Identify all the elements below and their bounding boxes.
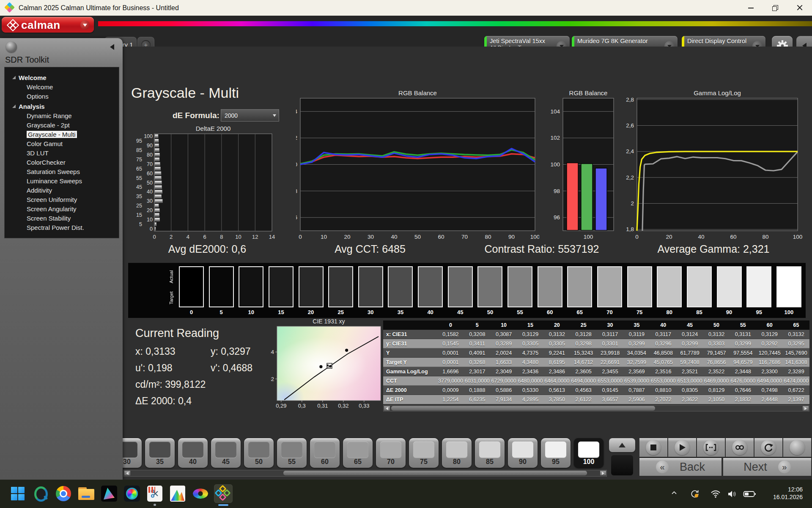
sidebar-item-saturation-sweeps[interactable]: Saturation Sweeps bbox=[27, 167, 119, 177]
scroll-right-arrow[interactable] bbox=[803, 406, 809, 411]
pattern-button-80[interactable]: 80 bbox=[442, 438, 472, 468]
pattern-button-100[interactable]: 100 bbox=[574, 438, 604, 468]
taskbar-icon-color-profile-app[interactable] bbox=[123, 484, 141, 503]
sidebar-item-3d-lut[interactable]: 3D LUT bbox=[27, 149, 119, 158]
reading-u: u': 0,198 bbox=[135, 362, 211, 374]
sidebar-item-color-gamut[interactable]: Color Gamut bbox=[27, 139, 119, 149]
tray-chevron-up-icon[interactable] bbox=[670, 489, 678, 499]
pattern-level-label: 85 bbox=[475, 458, 505, 466]
sidebar-item-options[interactable]: Options bbox=[27, 92, 119, 101]
sidebar-orb-button[interactable] bbox=[6, 41, 17, 52]
table-cell: 1,2254 bbox=[437, 395, 464, 404]
table-cell: 6513,0000 bbox=[677, 376, 703, 386]
minimize-button[interactable] bbox=[738, 0, 763, 16]
sidebar-item-label: Luminance Sweeps bbox=[27, 177, 82, 185]
sidebar-item-grayscale-2pt[interactable]: Grayscale - 2pt bbox=[27, 121, 119, 130]
taskbar-icon-color-wheel-app[interactable] bbox=[191, 484, 210, 503]
taskbar-icon-calman[interactable] bbox=[214, 484, 233, 503]
pattern-button-75[interactable]: 75 bbox=[409, 438, 439, 468]
play-button[interactable] bbox=[668, 438, 696, 457]
battery-icon[interactable] bbox=[743, 491, 756, 499]
expander-icon[interactable] bbox=[12, 105, 16, 108]
scrollbar-thumb[interactable] bbox=[283, 471, 587, 475]
svg-text:96: 96 bbox=[296, 214, 297, 221]
pattern-button-50[interactable]: 50 bbox=[244, 438, 274, 468]
taskbar-icon-search[interactable] bbox=[31, 484, 50, 503]
scrollbar-thumb[interactable] bbox=[391, 406, 655, 411]
pattern-button-65[interactable]: 65 bbox=[343, 438, 373, 468]
pattern-button-85[interactable]: 85 bbox=[475, 438, 505, 468]
pattern-button-55[interactable]: 55 bbox=[277, 438, 307, 468]
sidebar-item-label: 3D LUT bbox=[27, 149, 49, 157]
close-button[interactable] bbox=[787, 0, 812, 16]
pattern-window-up-button[interactable] bbox=[609, 438, 635, 452]
pattern-button-70[interactable]: 70 bbox=[376, 438, 406, 468]
table-cell: 2,3017 bbox=[464, 367, 491, 376]
taskbar-icon-spectrum-app[interactable] bbox=[168, 484, 187, 503]
sidebar-tree: WelcomeWelcomeOptionsAnalysisDynamic Ran… bbox=[4, 67, 119, 238]
pattern-button-40[interactable]: 40 bbox=[178, 438, 208, 468]
svg-text:40: 40 bbox=[391, 234, 397, 240]
sidebar-item-spectral-power-dist[interactable]: Spectral Power Dist. bbox=[27, 223, 119, 232]
taskbar-icon-chrome[interactable] bbox=[54, 484, 73, 503]
strip-target-label: Target bbox=[169, 288, 176, 308]
tray-sync-icon[interactable] bbox=[690, 489, 700, 500]
de-formula-value: 2000 bbox=[221, 112, 273, 119]
generator-name: Murideo 7G 8K Generator bbox=[577, 38, 648, 44]
tree-group-analysis[interactable]: Analysis bbox=[12, 101, 119, 111]
sidebar-item-screen-angularity[interactable]: Screen Angularity bbox=[27, 204, 119, 214]
back-button[interactable]: « Back bbox=[639, 458, 721, 476]
refresh-button[interactable] bbox=[754, 438, 782, 457]
taskbar-icon-file-explorer[interactable] bbox=[77, 484, 96, 503]
table-cell: 0,0001 bbox=[437, 348, 464, 358]
pattern-scrollbar[interactable] bbox=[123, 470, 607, 477]
tree-group-welcome[interactable]: Welcome bbox=[12, 72, 119, 83]
pattern-button-45[interactable]: 45 bbox=[211, 438, 241, 468]
pattern-button-95[interactable]: 95 bbox=[541, 438, 571, 468]
grayscale-swatch-70: 70 bbox=[597, 266, 622, 316]
svg-text:0,29: 0,29 bbox=[276, 403, 286, 409]
svg-text:90: 90 bbox=[147, 143, 153, 149]
swatch-fill bbox=[597, 266, 622, 307]
sidebar-collapse-button[interactable] bbox=[106, 41, 118, 52]
step-button[interactable] bbox=[697, 438, 725, 457]
restore-button[interactable] bbox=[763, 0, 787, 16]
wifi-icon[interactable] bbox=[710, 489, 721, 501]
sidebar-item-luminance-sweeps[interactable]: Luminance Sweeps bbox=[27, 177, 119, 186]
pattern-swatch bbox=[479, 442, 500, 458]
taskbar-clock[interactable]: 12:06 16.01.2026 bbox=[773, 486, 803, 501]
pattern-preview-window[interactable] bbox=[610, 454, 634, 476]
svg-text:DeltaE 2000: DeltaE 2000 bbox=[196, 125, 231, 132]
scroll-left-arrow[interactable] bbox=[124, 471, 130, 475]
calman-menu-button[interactable]: calman bbox=[2, 17, 94, 33]
taskbar-icon-start[interactable] bbox=[8, 484, 27, 503]
sidebar-item-screen-stability[interactable]: Screen Stability bbox=[27, 214, 119, 223]
sidebar-item-dynamic-range[interactable]: Dynamic Range bbox=[27, 111, 119, 121]
swatch-fill bbox=[746, 266, 771, 307]
taskbar-icon-snipping-tool[interactable] bbox=[145, 484, 164, 503]
table-cell: 0,3131 bbox=[730, 330, 756, 339]
pattern-button-90[interactable]: 90 bbox=[508, 438, 538, 468]
table-scrollbar[interactable] bbox=[383, 405, 809, 411]
pattern-button-35[interactable]: 35 bbox=[145, 438, 175, 468]
scroll-right-arrow[interactable] bbox=[600, 471, 606, 475]
continuous-button[interactable] bbox=[726, 438, 754, 457]
pattern-button-60[interactable]: 60 bbox=[310, 438, 340, 468]
sidebar-item-label: ColorChecker bbox=[27, 159, 66, 166]
stop-button[interactable] bbox=[639, 438, 667, 457]
de-formula-select[interactable]: 2000 bbox=[221, 109, 279, 121]
table-cell: 6474,0000 bbox=[783, 376, 809, 386]
chevron-down-icon[interactable] bbox=[80, 20, 90, 30]
sidebar-item-additivity[interactable]: Additivity bbox=[27, 186, 119, 195]
sidebar-item-screen-uniformity[interactable]: Screen Uniformity bbox=[27, 195, 119, 204]
blank-button[interactable] bbox=[783, 438, 811, 457]
sidebar-item-grayscale-multi[interactable]: Grayscale - Multi bbox=[27, 130, 119, 139]
taskbar-icon-cie-diagram-app[interactable] bbox=[100, 484, 118, 503]
sidebar-item-colorchecker[interactable]: ColorChecker bbox=[27, 158, 119, 167]
next-button[interactable]: Next » bbox=[723, 458, 811, 476]
sidebar-item-welcome[interactable]: Welcome bbox=[27, 83, 119, 92]
expander-icon[interactable] bbox=[12, 76, 16, 79]
grayscale-swatch-20: 20 bbox=[299, 266, 324, 316]
volume-icon[interactable] bbox=[727, 489, 737, 501]
scroll-left-arrow[interactable] bbox=[384, 406, 390, 411]
